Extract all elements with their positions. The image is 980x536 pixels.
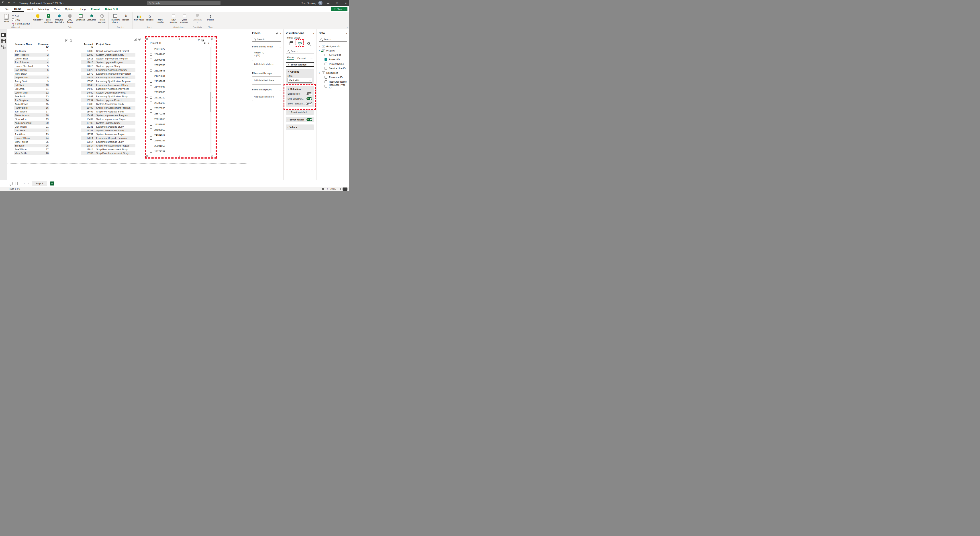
checkbox[interactable]	[325, 76, 327, 79]
ribbon-button[interactable]: Enter data	[75, 13, 86, 25]
table-row[interactable]: 12616 System Upgrade Study	[81, 64, 135, 68]
slicer-item[interactable]: 21399862	[150, 79, 209, 84]
single-select-toggle[interactable]: Off	[306, 92, 312, 95]
table-row[interactable]: Lauren Black 3	[14, 57, 49, 60]
checkbox[interactable]	[150, 53, 152, 56]
add-page-button[interactable]: +	[50, 181, 54, 186]
table-row[interactable]: Mary Phillips 25	[14, 140, 49, 144]
table-row[interactable]: 12616 System Upgrade Program	[81, 60, 135, 64]
desktop-layout-icon[interactable]	[9, 182, 13, 185]
table-row[interactable]: Lauren Wilson 24	[14, 136, 49, 140]
ribbon-button[interactable]: Get data ▾	[33, 13, 43, 25]
checkbox[interactable]	[325, 67, 327, 70]
mobile-layout-icon[interactable]	[16, 182, 18, 185]
table-row[interactable]: 12616 System Improvement Program	[81, 57, 135, 60]
checkbox[interactable]	[325, 62, 327, 65]
table-row[interactable]: 17814 Shop Floor Assessment Study	[81, 148, 135, 151]
user-name[interactable]: Tom Blessing	[302, 2, 316, 5]
slicer-item[interactable]: 21404957	[150, 84, 209, 89]
table-row[interactable]: Mary Brown 7	[14, 72, 49, 75]
slicer-item[interactable]: 23328200	[150, 105, 209, 111]
ribbon-button[interactable]: Refresh	[121, 13, 131, 25]
slicer-item[interactable]: 25001058	[150, 143, 209, 148]
global-search-input[interactable]	[152, 2, 219, 5]
tab-file[interactable]: File	[2, 7, 11, 11]
table-row[interactable]: 17814 Equipment Upgrade Study	[81, 140, 135, 144]
filters-search[interactable]	[252, 37, 281, 41]
checkbox[interactable]	[150, 134, 152, 137]
slicer-item[interactable]: 22139806	[150, 89, 209, 95]
add-data-fields-dropzone[interactable]: Add data fields here	[252, 93, 281, 101]
chevron-down-icon[interactable]: ∨	[208, 42, 209, 44]
previous-page-icon[interactable]: ‹	[24, 182, 25, 185]
slicer-item[interactable]: 24784817	[150, 132, 209, 138]
slicer-item[interactable]: 20641865	[150, 52, 209, 57]
slicer-item[interactable]: 20733706	[150, 62, 209, 68]
checkbox-checked[interactable]	[325, 58, 327, 61]
table-node-resources[interactable]: ∨ Resources	[319, 71, 347, 75]
data-search-input[interactable]	[324, 38, 345, 41]
ribbon-button[interactable]: Excel workbook	[43, 13, 54, 25]
table-row[interactable]: 15492 System Upgrade Study	[81, 121, 135, 125]
checkbox[interactable]	[150, 59, 152, 61]
chart-icon[interactable]	[65, 39, 68, 42]
field-resource-name[interactable]: Resource Name	[319, 80, 347, 84]
ribbon-button[interactable]: Publish	[205, 13, 216, 25]
ribbon-button[interactable]: More visuals ▾	[155, 13, 165, 25]
slicer-item[interactable]: 25279749	[150, 149, 209, 154]
zoom-slider-thumb[interactable]	[322, 188, 324, 190]
table-row[interactable]: Angie Brown 8	[14, 75, 49, 79]
checkbox[interactable]	[150, 69, 152, 72]
table-row[interactable]: Joe Wilson 23	[14, 132, 49, 136]
chart-icon[interactable]	[134, 38, 137, 41]
table-row[interactable]: 17757 System Assessment Project	[81, 132, 135, 136]
multi-select-toggle[interactable]: On	[307, 97, 312, 100]
ribbon-button[interactable]: Quick measure	[179, 13, 189, 25]
project-id-slicer[interactable]: Project ID ∨ 20313377	[147, 39, 212, 156]
checkbox[interactable]	[325, 85, 327, 87]
copy-button[interactable]: Copy	[12, 18, 30, 21]
tab-optimize[interactable]: Optimize	[63, 7, 78, 11]
collapse-ribbon-icon[interactable]: ∧	[346, 27, 348, 29]
hide-icon[interactable]	[138, 38, 141, 41]
chevron-down-icon[interactable]: ∨	[319, 72, 320, 74]
add-data-fields-dropzone[interactable]: Add data fields here	[252, 60, 281, 68]
checkbox[interactable]	[150, 123, 152, 126]
table-row[interactable]: 15294 System Upgrade Project	[81, 98, 135, 102]
ribbon-button[interactable]: Text box	[145, 13, 155, 25]
field-resource-id[interactable]: Resource ID	[319, 75, 347, 80]
collapse-pane-icon[interactable]: »	[280, 32, 281, 35]
field-project-id[interactable]: Project ID	[319, 57, 347, 62]
table-row[interactable]: 12872 Laboratory Qualification Study	[81, 75, 135, 79]
options-header[interactable]: ∨ Options	[288, 70, 312, 73]
more-options-icon[interactable]: …	[310, 57, 313, 59]
slicer-item[interactable]: 24503059	[150, 127, 209, 132]
table-row[interactable]: 12089 Shop Floor Assessment Project	[81, 49, 135, 53]
zoom-slider[interactable]	[309, 189, 325, 189]
table-row[interactable]: 14940 Laboratory Assessment Project	[81, 87, 135, 91]
table-row[interactable]: Dan Wilson 21	[14, 125, 49, 129]
table-row[interactable]: 14940 System Qualification Project	[81, 91, 135, 94]
slicer-item[interactable]: 20692035	[150, 57, 209, 62]
slicer-item[interactable]: 24159967	[150, 122, 209, 127]
format-search[interactable]	[286, 49, 314, 53]
more-options-icon[interactable]: …	[279, 72, 281, 75]
table-row[interactable]: Bill Baker 26	[14, 144, 49, 148]
field-service-line-id[interactable]: Service Line ID	[319, 66, 347, 71]
slicer-header-toggle[interactable]: On	[307, 118, 312, 121]
scrollbar-thumb[interactable]	[210, 92, 211, 112]
next-page-icon[interactable]: ›	[28, 182, 29, 185]
tab-modeling[interactable]: Modeling	[36, 7, 51, 11]
table-row[interactable]: 16241 Equipment Upgrade Study	[81, 125, 135, 129]
table-node-assignments[interactable]: › Assignments	[319, 44, 347, 48]
zoom-in-icon[interactable]: +	[327, 188, 328, 190]
filter-card-project-id[interactable]: Project ID is (All)	[252, 50, 281, 58]
show-select-all-toggle[interactable]: Off	[306, 102, 312, 105]
table-row[interactable]: Mary Smith 28	[14, 151, 49, 155]
slicer-settings-header[interactable]: ∨ Slicer settings	[286, 62, 314, 67]
checkbox[interactable]	[150, 91, 152, 93]
build-visual-button[interactable]	[289, 41, 294, 46]
table-row[interactable]: Tom Wilson 17	[14, 110, 49, 113]
table-row[interactable]: 14992 Laboratory Qualification Study	[81, 94, 135, 98]
tab-home[interactable]: Home	[12, 6, 24, 12]
